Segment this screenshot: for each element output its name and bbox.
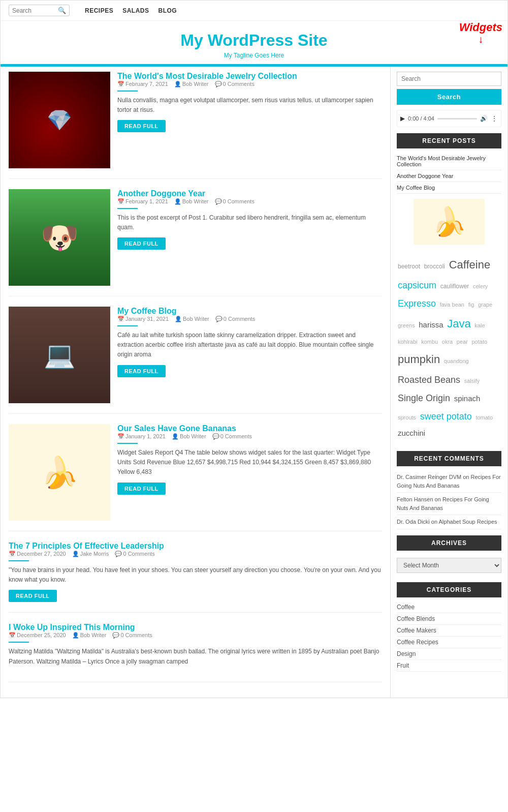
post-card-1: The World's Most Desirable Jewelry Colle… <box>9 72 382 179</box>
tag-fig[interactable]: fig <box>468 302 474 308</box>
post-title-3[interactable]: My Coffee Blog <box>117 307 176 315</box>
tag-broccoli[interactable]: broccoli <box>424 263 445 270</box>
tag-harissa[interactable]: harissa <box>419 320 443 329</box>
tag-spinach[interactable]: spinach <box>454 394 481 403</box>
post-author-4: 👤Bob Writer <box>172 433 206 440</box>
tag-potato[interactable]: potato <box>472 339 488 345</box>
tag-java[interactable]: Java <box>447 317 470 330</box>
post-author-2: 👤Bob Writer <box>174 198 209 205</box>
tag-kale[interactable]: kale <box>474 322 485 328</box>
post-thumb-4 <box>9 424 110 521</box>
tag-tomato[interactable]: tomato <box>475 414 493 420</box>
nav-search-wrap[interactable]: 🔍 <box>9 5 70 16</box>
post-title-1[interactable]: The World's Most Desirable Jewelry Colle… <box>117 72 297 80</box>
tag-quandong[interactable]: quandong <box>444 358 469 364</box>
post-comments-6: 💬0 Comments <box>112 632 152 639</box>
categories-header: CATEGORIES <box>397 582 501 597</box>
archives-header: ARCHIVES <box>397 535 501 551</box>
tag-cauliflower[interactable]: cauliflower <box>440 283 469 290</box>
post-author-1: 👤Bob Writer <box>174 81 209 87</box>
post-meta-4: 📅January 1, 2021 👤Bob Writer 💬0 Comments <box>117 433 382 440</box>
post-title-4[interactable]: Our Sales Have Gone Bananas <box>117 424 236 433</box>
category-coffee-recipes[interactable]: Coffee Recipes <box>397 637 501 648</box>
tag-salsify[interactable]: salsify <box>464 378 480 384</box>
comment-item-2: Dr. Oda Dicki on Alphabet Soup Recipes <box>397 515 501 529</box>
post-title-5[interactable]: The 7 Principles Of Effective Leadership <box>9 542 164 550</box>
widgets-label: Widgets <box>459 21 502 34</box>
read-full-btn-2[interactable]: READ FULL <box>117 237 166 250</box>
coffee-thumbnail <box>9 307 110 403</box>
tag-sprouts[interactable]: sprouts <box>398 414 416 420</box>
sidebar: Search ▶ 0:00 / 4:04 🔊 ⋮ RECENT POSTS Th… <box>391 67 507 698</box>
category-coffee-makers[interactable]: Coffee Makers <box>397 625 501 637</box>
nav-search-icon[interactable]: 🔍 <box>58 7 66 14</box>
site-tagline: My Tagline Goes Here <box>6 52 502 59</box>
category-design[interactable]: Design <box>397 648 501 660</box>
post-divider-6 <box>9 642 29 643</box>
banana-thumbnail <box>9 424 110 521</box>
tag-pear[interactable]: pear <box>457 339 468 345</box>
tag-caffeine[interactable]: Caffeine <box>449 258 491 271</box>
tag-okra[interactable]: okra <box>442 339 453 345</box>
widgets-arrow-icon: ↓ <box>478 34 483 44</box>
post-title-6[interactable]: I Woke Up Inspired This Morning <box>9 623 135 631</box>
post-comments-5: 💬0 Comments <box>115 551 154 557</box>
tag-grape[interactable]: grape <box>478 302 492 308</box>
post-meta-6: 📅December 25, 2020 👤Bob Writer 💬0 Commen… <box>9 632 382 639</box>
post-body-4: Our Sales Have Gone Bananas 📅January 1, … <box>117 424 382 521</box>
read-full-btn-3[interactable]: READ FULL <box>117 365 166 377</box>
tag-roasted-beans[interactable]: Roasted Beans <box>398 375 460 385</box>
category-coffee-blends[interactable]: Coffee Blends <box>397 613 501 625</box>
post-meta-5: 📅December 27, 2020 👤Jake Morris 💬0 Comme… <box>9 551 382 557</box>
post-date-1: 📅February 7, 2021 <box>117 81 168 87</box>
category-fruit[interactable]: Fruit <box>397 660 501 672</box>
post-card-5: The 7 Principles Of Effective Leadership… <box>9 542 382 613</box>
search-widget: Search <box>397 72 501 105</box>
audio-more-icon[interactable]: ⋮ <box>491 114 498 123</box>
post-author-6: 👤Bob Writer <box>72 632 107 639</box>
audio-volume-icon[interactable]: 🔊 <box>480 115 488 122</box>
tag-pumpkin[interactable]: pumpkin <box>398 353 440 366</box>
tag-capsicum[interactable]: capsicum <box>398 280 436 290</box>
post-comments-4: 💬0 Comments <box>212 433 252 440</box>
recent-post-item-0[interactable]: The World's Most Desirable Jewelry Colle… <box>397 153 501 170</box>
tag-zucchini[interactable]: zucchini <box>398 429 425 437</box>
post-date-4: 📅January 1, 2021 <box>117 433 166 440</box>
tag-celery[interactable]: celery <box>473 283 488 289</box>
banana-decoration: 🍌 <box>414 199 485 245</box>
post-excerpt-3: Café au lait white turkish spoon latte s… <box>117 330 382 360</box>
tag-single-origin[interactable]: Single Origin <box>398 393 450 403</box>
recent-post-item-1[interactable]: Another Doggone Year <box>397 170 501 182</box>
tag-kohlrabi[interactable]: kohlrabi <box>398 339 418 345</box>
recent-posts-header: RECENT POSTS <box>397 133 501 148</box>
sidebar-search-button[interactable]: Search <box>397 89 501 105</box>
content-area: The World's Most Desirable Jewelry Colle… <box>1 67 391 698</box>
nav-link-blog[interactable]: BLOG <box>158 7 177 14</box>
audio-player: ▶ 0:00 / 4:04 🔊 ⋮ <box>397 110 501 127</box>
content-sidebar-wrapper: The World's Most Desirable Jewelry Colle… <box>1 66 507 698</box>
tag-expresso[interactable]: Expresso <box>398 298 436 309</box>
nav-link-salads[interactable]: SALADS <box>122 7 149 14</box>
post-excerpt-1: Nulla convallis, magna eget volutpat ull… <box>117 96 382 115</box>
post-author-5: 👤Jake Morris <box>72 551 109 557</box>
read-full-btn-4[interactable]: READ FULL <box>117 483 166 495</box>
tag-beetroot[interactable]: beetroot <box>398 263 420 270</box>
tag-sweet-potato[interactable]: sweet potato <box>420 411 472 422</box>
archives-select[interactable]: Select Month <box>397 558 501 573</box>
category-coffee[interactable]: Coffee <box>397 602 501 613</box>
sidebar-banana-image: 🍌 <box>397 199 501 245</box>
nav-link-recipes[interactable]: RECIPES <box>85 7 113 14</box>
read-full-btn-1[interactable]: READ FULL <box>117 120 166 132</box>
nav-search-input[interactable] <box>12 7 58 14</box>
audio-progress-bar[interactable] <box>437 118 477 119</box>
play-button[interactable]: ▶ <box>400 115 405 122</box>
post-divider-5 <box>9 560 29 561</box>
tag-greens[interactable]: greens <box>398 322 415 328</box>
site-header: My WordPress Site My Tagline Goes Here <box>1 21 507 66</box>
recent-post-item-2[interactable]: My Coffee Blog <box>397 182 501 194</box>
post-title-2[interactable]: Another Doggone Year <box>117 189 205 198</box>
sidebar-search-input[interactable] <box>397 72 501 86</box>
tag-favabean[interactable]: fava bean <box>440 302 464 308</box>
tag-kombu[interactable]: kombu <box>421 339 438 345</box>
read-full-btn-5[interactable]: READ FULL <box>9 590 57 602</box>
